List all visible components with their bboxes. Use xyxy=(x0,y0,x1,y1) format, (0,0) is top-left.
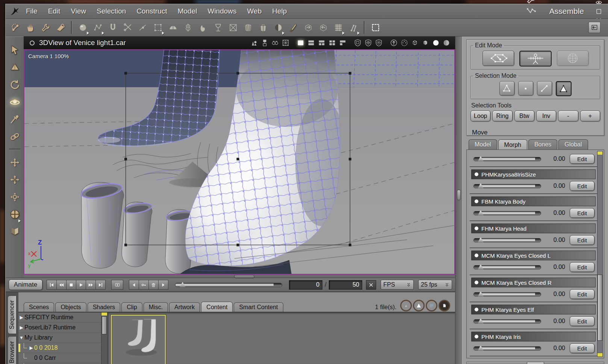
morph-slider-thumb[interactable] xyxy=(478,210,484,215)
tree-scrollbar[interactable] xyxy=(101,313,107,364)
paintbrush-tool-button[interactable] xyxy=(286,20,301,35)
mesh-select-mode-button[interactable] xyxy=(482,51,514,66)
subdivision-display-button[interactable] xyxy=(399,38,409,48)
lathe-tool-button[interactable] xyxy=(180,20,195,35)
menu-edit[interactable]: Edit xyxy=(48,7,60,15)
flat-shade-cube-button[interactable] xyxy=(420,38,430,48)
small-thumbs-button[interactable] xyxy=(400,300,412,311)
maximize-button[interactable] xyxy=(593,7,604,16)
dock-tab-browser[interactable]: Browser xyxy=(8,336,17,364)
scissors-tool-button[interactable] xyxy=(120,20,135,35)
morph-slider[interactable] xyxy=(473,319,541,323)
goblet-tool-button[interactable] xyxy=(210,20,225,35)
morph-value[interactable]: 0.00 xyxy=(544,237,565,243)
morph-header[interactable]: MCM Ktarya Eyes Closed L xyxy=(471,251,596,260)
delete-key-button[interactable] xyxy=(148,280,159,290)
morph-slider[interactable] xyxy=(473,184,541,188)
morph-slider[interactable] xyxy=(473,346,541,350)
preview-objects-button[interactable] xyxy=(249,38,259,48)
wireframe-cube-button[interactable] xyxy=(410,38,420,48)
morph-edit-button[interactable]: Edit xyxy=(570,235,594,245)
browser-tab-shaders[interactable]: Shaders xyxy=(88,302,121,312)
thumbnail-area[interactable] xyxy=(108,313,455,364)
key-prev-button[interactable] xyxy=(129,280,139,290)
menu-construct[interactable]: Construct xyxy=(136,7,167,15)
current-frame-field[interactable]: 0 xyxy=(289,280,322,290)
panel-splitter[interactable] xyxy=(455,36,462,364)
selection-tool-loop-button[interactable]: Loop xyxy=(470,110,490,121)
tree-item[interactable]: ▼My Library xyxy=(18,333,107,343)
viewport-scroll-notch[interactable] xyxy=(234,275,254,278)
morph-slider-thumb[interactable] xyxy=(478,346,484,350)
morph-value[interactable]: 0.00 xyxy=(544,318,565,325)
layout-single-button[interactable] xyxy=(296,38,306,48)
selection-tool-ring-button[interactable]: Ring xyxy=(492,110,512,121)
morph-slider-thumb[interactable] xyxy=(478,183,484,188)
smudge-tool-button[interactable] xyxy=(53,20,68,35)
dolly-button[interactable] xyxy=(8,154,22,171)
hotpoint-button[interactable] xyxy=(8,93,22,110)
select-vertex-button[interactable] xyxy=(499,81,514,95)
animation-mode-button[interactable] xyxy=(519,51,552,66)
trackball-button[interactable] xyxy=(8,205,22,223)
extrude-arrow-button[interactable] xyxy=(301,20,316,35)
morph-value[interactable]: 0.00 xyxy=(544,264,565,270)
select-face-button[interactable] xyxy=(556,81,572,96)
rotate-tool-button[interactable] xyxy=(8,76,22,93)
morph-list-scrollbar[interactable] xyxy=(597,151,603,357)
tree-right-arrow-icon[interactable]: ▶ xyxy=(28,345,34,350)
scale-pyramid-button[interactable] xyxy=(8,59,22,76)
morph-value[interactable]: 0.00 xyxy=(544,156,565,162)
vertex-room-button[interactable] xyxy=(523,5,540,17)
browser-tab-artwork[interactable]: Artwork xyxy=(169,302,200,312)
morph-value[interactable]: 0.00 xyxy=(544,210,565,216)
selection-tool-inv-button[interactable]: Inv xyxy=(536,110,556,121)
selection-tool--button[interactable]: - xyxy=(558,110,578,121)
move-arrow-button[interactable] xyxy=(8,41,22,59)
bank-button[interactable] xyxy=(8,188,22,205)
browser-tab-objects[interactable]: Objects xyxy=(55,302,86,312)
lit-wireframe-quality-button[interactable] xyxy=(374,38,384,48)
morph-header[interactable]: PHM Ktarya Eyes Elf xyxy=(471,305,596,314)
morph-edit-button[interactable]: Edit xyxy=(570,316,594,326)
prev-frame-button[interactable] xyxy=(56,280,67,290)
boolean-tool-button[interactable] xyxy=(225,20,240,35)
total-frames-field[interactable]: 50 xyxy=(329,280,362,290)
clear-range-button[interactable] xyxy=(366,280,376,290)
morph-slider-thumb[interactable] xyxy=(478,319,484,323)
cylinder-slice-button[interactable] xyxy=(240,20,256,35)
morph-slider[interactable] xyxy=(473,265,541,269)
menu-selection[interactable]: Selection xyxy=(97,7,126,15)
viewport-options-icon[interactable] xyxy=(30,41,35,45)
morph-value[interactable]: 0.00 xyxy=(544,183,565,189)
morph-edit-button[interactable]: Edit xyxy=(570,343,594,353)
select-point-button[interactable] xyxy=(518,81,533,95)
tree-item[interactable]: ▶PoserLib7 Runtime xyxy=(18,323,107,333)
loop-playback-button[interactable] xyxy=(111,280,123,290)
morph-header[interactable]: PHM Ktarya Iris xyxy=(471,332,596,341)
magnet-tool-button[interactable] xyxy=(105,20,120,35)
play-button[interactable] xyxy=(76,280,86,290)
tree-right-arrow-icon[interactable]: ▶ xyxy=(18,325,24,330)
morph-slider[interactable] xyxy=(473,211,541,215)
tree-item[interactable]: ▶0 0 2018 xyxy=(18,343,107,353)
collapse-panel-button[interactable] xyxy=(588,22,600,33)
wrench-tool-button[interactable] xyxy=(38,20,53,35)
tree-item[interactable]: ▶SFFCITY Runtime xyxy=(18,313,107,323)
morph-edit-button[interactable]: Edit xyxy=(570,208,594,218)
smooth-shade-sphere-button[interactable] xyxy=(431,38,441,48)
layout-quad-button[interactable] xyxy=(327,38,337,48)
workspace-presets-button[interactable] xyxy=(260,38,269,48)
layout-row-split-button[interactable] xyxy=(317,38,327,48)
morph-edit-button[interactable]: Edit xyxy=(570,154,594,164)
tree-down-arrow-icon[interactable]: ▼ xyxy=(18,335,24,340)
fps-mode-dropdown[interactable]: FPS xyxy=(381,280,414,290)
timeline-slider-thumb[interactable] xyxy=(180,282,185,287)
bone-tool-button[interactable] xyxy=(8,20,23,35)
morph-header[interactable]: FHM Ktarya Head xyxy=(471,224,596,233)
tree-item[interactable]: 0 0 Carr xyxy=(18,353,107,363)
go-end-button[interactable] xyxy=(95,280,106,290)
sphere-shade-button[interactable] xyxy=(271,20,286,35)
browser-tab-misc-[interactable]: Misc. xyxy=(144,302,168,312)
morph-edit-button[interactable]: Edit xyxy=(570,262,594,272)
